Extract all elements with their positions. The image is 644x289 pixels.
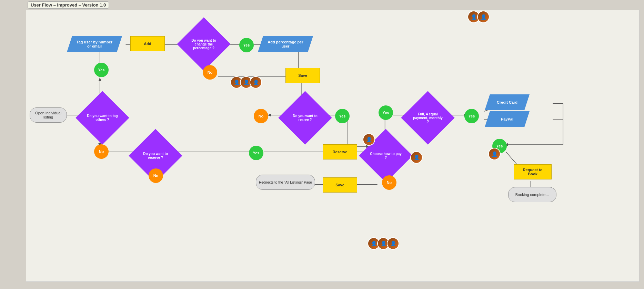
node-label: Full, 4 equal payment, monthly ? <box>412 112 444 124</box>
node-tag-user: Tag user by number or email <box>67 36 122 52</box>
node-open-listing: Open individual listing <box>30 107 67 123</box>
node-label: Do you want to reserve ? <box>139 152 172 159</box>
node-yes-change-pct: Yes <box>239 38 254 52</box>
node-label: Add percentage per user <box>266 40 305 48</box>
node-paypal: PayPal <box>485 111 530 127</box>
node-no-change-pct: No <box>203 65 217 80</box>
node-label: Booking complete… <box>515 193 549 197</box>
node-label: Do you want to tag others ? <box>86 114 119 122</box>
node-label: Do you want to change the percentage ? <box>188 39 220 50</box>
node-label: No <box>153 174 159 178</box>
node-label: Redirects to the "All Listings" Page <box>259 180 312 184</box>
node-booking-complete: Booking complete… <box>508 187 556 202</box>
node-label: Save <box>298 73 307 78</box>
node-yes-reserve-upper: Yes <box>335 109 350 123</box>
node-label: Choose how to pay ? <box>370 152 402 159</box>
node-label: No <box>99 149 104 154</box>
node-no-reserve-upper: No <box>254 109 268 123</box>
avatar-group-4: 👤 <box>488 148 501 160</box>
node-full-payment: Full, 4 equal payment, monthly ? <box>401 91 455 145</box>
diagram-title: User Flow – Improved – Version 1.0 <box>28 1 109 9</box>
node-yes-choose-pay: Yes <box>379 105 393 120</box>
avatar-group-3: 👤 <box>410 151 423 164</box>
node-no-reserve-lower: No <box>149 168 163 183</box>
node-no-tag: No <box>94 144 109 159</box>
node-tag-others: Do you want to tag others ? <box>76 91 129 145</box>
avatar-4: 👤 <box>363 133 375 146</box>
node-add: Add <box>130 36 165 51</box>
node-label: Credit Card <box>497 100 517 104</box>
node-label: Tag user by number or email <box>75 40 114 48</box>
avatar-group-top-right: 👤 👤 <box>467 11 490 23</box>
node-label: No <box>259 114 264 118</box>
node-label: Request to Book <box>518 168 547 176</box>
node-label: PayPal <box>501 117 513 121</box>
node-label: Yes <box>339 114 346 118</box>
avatar-6: 👤 <box>488 148 501 160</box>
node-change-pct: Do you want to change the percentage ? <box>177 17 231 71</box>
node-credit-card: Credit Card <box>485 94 530 110</box>
node-label: No <box>208 70 213 74</box>
node-redirects: Redirects to the "All Listings" Page <box>256 175 315 190</box>
node-no-choose-pay: No <box>382 175 396 190</box>
node-label: Open individual listing <box>33 111 64 119</box>
node-label: Yes <box>469 114 475 118</box>
flow-canvas: Open individual listing Tag user by numb… <box>26 10 640 282</box>
node-reserve-upper: Do you want to resrve ? <box>278 91 332 145</box>
avatar-3: 👤 <box>250 76 262 89</box>
avatar-group-5: 👤 👤 👤 <box>368 237 399 250</box>
node-request-book: Request to Book <box>514 164 552 179</box>
node-yes-full: Yes <box>464 109 479 123</box>
node-label: Reserve <box>333 150 348 154</box>
node-label: Do you want to resrve ? <box>289 114 321 122</box>
node-label: Yes <box>383 111 389 115</box>
node-save-pct: Save <box>285 68 320 83</box>
avatar-9: 👤 <box>387 237 399 250</box>
node-label: Yes <box>243 43 250 47</box>
node-label: Yes <box>98 68 105 72</box>
node-reserve-btn: Reserve <box>323 144 357 159</box>
avatar-group-1: 👤 👤 👤 <box>230 76 262 89</box>
node-label: Add <box>144 42 151 46</box>
avatar-5: 👤 <box>410 151 423 164</box>
node-yes-reserve-lower: Yes <box>249 146 263 160</box>
node-label: No <box>387 180 392 185</box>
node-save-choose: Save <box>323 177 357 193</box>
avatar-group-2: 👤 <box>363 133 375 146</box>
node-label: Save <box>335 183 344 187</box>
node-yes-tag: Yes <box>94 63 109 77</box>
avatar-tr-2: 👤 <box>477 11 490 23</box>
node-label: Yes <box>253 151 260 155</box>
node-add-pct-user: Add percentage per user <box>258 36 313 52</box>
